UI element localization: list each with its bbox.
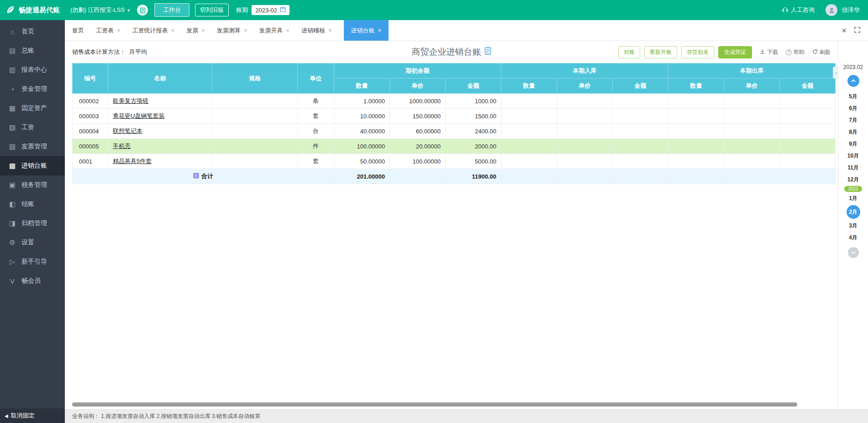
item-name-link[interactable]: 联想笔记本 bbox=[113, 127, 142, 134]
tab-invoice-calc[interactable]: 发票测算× bbox=[217, 20, 247, 41]
settings-icon: ⚙ bbox=[8, 238, 16, 247]
tab-close-icon[interactable]: × bbox=[201, 27, 205, 34]
month-item-jun[interactable]: 6月 bbox=[838, 102, 868, 114]
download-icon bbox=[760, 49, 765, 56]
scroll-up-icon[interactable] bbox=[847, 75, 859, 87]
cell-unit: 条 bbox=[298, 94, 334, 109]
tab-close-icon[interactable]: × bbox=[171, 27, 175, 34]
month-item-apr[interactable]: 4月 bbox=[838, 232, 868, 243]
month-item-feb-active[interactable]: 2月 bbox=[847, 205, 860, 219]
col-header-spec[interactable]: 规格 bbox=[212, 63, 298, 94]
sidebar-item-label: 归档管理 bbox=[21, 219, 47, 227]
tab-payroll-report[interactable]: 工资统计报表× bbox=[132, 20, 175, 41]
cell-code: 000003 bbox=[73, 109, 108, 124]
refresh-button[interactable]: 刷新 bbox=[812, 48, 831, 56]
fullscreen-icon[interactable] bbox=[854, 26, 861, 35]
sidebar-item-label: 进销台账 bbox=[21, 162, 47, 170]
month-item-dec[interactable]: 12月 bbox=[838, 174, 868, 185]
tab-purchase-sale-ledger[interactable]: 进销台账× bbox=[344, 20, 389, 41]
tab-close-icon[interactable]: × bbox=[117, 27, 121, 34]
company-select[interactable]: (勿删) 江西报宝-LSS ▾ bbox=[70, 6, 130, 14]
cell-qty: 100.00000 bbox=[334, 139, 390, 154]
tab-close-icon[interactable]: × bbox=[244, 27, 247, 34]
period-picker[interactable]: 2023-02 bbox=[252, 5, 289, 15]
horizontal-scrollbar bbox=[72, 401, 831, 407]
refresh-label: 刷新 bbox=[820, 48, 831, 56]
item-name-link[interactable]: 青花瓷U盘钢笔套装 bbox=[113, 112, 164, 119]
switch-old-version-button[interactable]: 切到旧版 bbox=[195, 4, 229, 16]
col-header-name[interactable]: 名称 bbox=[108, 63, 212, 94]
month-item-mar[interactable]: 3月 bbox=[838, 220, 868, 232]
sidebar-item-settings[interactable]: ⚙设置 bbox=[0, 233, 65, 252]
clipboard-icon[interactable] bbox=[137, 5, 148, 16]
month-item-jan[interactable]: 1月 bbox=[838, 192, 868, 204]
item-name-link[interactable]: 手机壳 bbox=[113, 143, 131, 149]
help-button[interactable]: ? 帮助 bbox=[786, 48, 805, 56]
sidebar-item-closing[interactable]: ◧结账 bbox=[0, 195, 65, 214]
sidebar-item-general-ledger[interactable]: ▤总账 bbox=[0, 41, 65, 60]
help-label: 帮助 bbox=[794, 48, 805, 56]
cell-spec bbox=[212, 139, 298, 154]
tab-purchase-sale-audit[interactable]: 进销稽核× bbox=[301, 20, 332, 41]
cell-code: 000002 bbox=[73, 94, 108, 109]
sidebar-item-tax[interactable]: ▣税务管理 bbox=[0, 175, 65, 195]
unpin-sidebar-button[interactable]: ◀取消固定 bbox=[0, 408, 65, 423]
tab-invoice-issue[interactable]: 发票开具× bbox=[259, 20, 289, 41]
document-icon[interactable] bbox=[484, 47, 491, 57]
cell-code: 000005 bbox=[73, 139, 108, 154]
cell-price: 60.00000 bbox=[390, 124, 446, 139]
current-period-label: 2023.02 bbox=[843, 64, 863, 70]
sidebar-item-invoice[interactable]: ▨发票管理 bbox=[0, 137, 65, 156]
month-item-aug[interactable]: 8月 bbox=[838, 126, 868, 138]
tab-close-icon[interactable]: × bbox=[378, 27, 382, 34]
month-item-oct[interactable]: 10月 bbox=[838, 150, 868, 162]
generate-voucher-button[interactable]: 生成凭证 bbox=[718, 46, 752, 58]
sidebar-item-home[interactable]: ⌂首页 bbox=[0, 22, 65, 41]
download-button[interactable]: 下载 bbox=[760, 48, 778, 56]
tab-close-icon[interactable]: × bbox=[328, 27, 332, 34]
subcol-amount: 金额 bbox=[780, 79, 836, 94]
period-label: 账期 bbox=[236, 6, 248, 14]
item-name-link[interactable]: 欧美复古项链 bbox=[113, 97, 148, 104]
tab-payroll-sheet[interactable]: 工资表× bbox=[96, 20, 121, 41]
sidebar-item-payroll[interactable]: ▧工资 bbox=[0, 118, 65, 137]
sidebar-item-fixed-assets[interactable]: ▦固定资产 bbox=[0, 99, 65, 118]
close-icon[interactable]: × bbox=[842, 26, 847, 35]
reconcile-button[interactable]: 对账 bbox=[618, 46, 640, 58]
sidebar-item-purchase-sale-ledger[interactable]: ▩进销台账 bbox=[0, 156, 65, 175]
ledger-table: 编号 名称 规格 单位 期初余额 本期入库 本期出库 数量 单价 bbox=[72, 63, 836, 184]
tab-label: 进销稽核 bbox=[301, 26, 325, 35]
sidebar-item-archive[interactable]: ◨归档管理 bbox=[0, 214, 65, 233]
month-item-nov[interactable]: 11月 bbox=[838, 162, 868, 174]
avatar[interactable] bbox=[826, 4, 837, 16]
tab-close-icon[interactable]: × bbox=[286, 27, 289, 34]
sidebar-item-member[interactable]: V畅会员 bbox=[0, 271, 65, 291]
sidebar-item-report-center[interactable]: ▥报表中心 bbox=[0, 60, 65, 79]
tab-home[interactable]: 首页 bbox=[72, 20, 84, 41]
month-item-may[interactable]: 5月 bbox=[838, 90, 868, 102]
col-header-unit[interactable]: 单位 bbox=[298, 63, 334, 94]
refresh-icon bbox=[812, 49, 818, 56]
col-header-code[interactable]: 编号 bbox=[73, 63, 108, 94]
month-item-jul[interactable]: 7月 bbox=[838, 114, 868, 126]
collapse-panel-icon[interactable]: › bbox=[833, 67, 839, 79]
reopen-button[interactable]: 重新开账 bbox=[644, 46, 677, 58]
scroll-down-icon[interactable] bbox=[848, 247, 859, 258]
tab-invoice[interactable]: 发票× bbox=[186, 20, 205, 41]
scrollbar-thumb[interactable] bbox=[72, 402, 797, 407]
cost-method-value[interactable]: 月平均 bbox=[129, 48, 147, 55]
month-item-sep[interactable]: 9月 bbox=[838, 138, 868, 150]
inventory-alias-button[interactable]: 存货别名 bbox=[681, 46, 714, 58]
company-select-value: (勿删) 江西报宝-LSS bbox=[70, 6, 125, 14]
cell-amount: 1500.00 bbox=[446, 109, 501, 124]
cell-spec bbox=[212, 94, 298, 109]
toolbar: 销售成本计算方法： 月平均 商贸企业进销台账 对账 重新开账 存货别名 生成凭证 bbox=[65, 41, 838, 63]
support-link[interactable]: 人工咨询 bbox=[782, 6, 815, 14]
cell-amount: 2000.00 bbox=[446, 139, 501, 154]
sidebar-item-funds[interactable]: ◔资金管理 bbox=[0, 79, 65, 99]
sidebar-item-guide[interactable]: ▷新手引导 bbox=[0, 252, 65, 271]
item-name-link[interactable]: 精品茶具5件套 bbox=[113, 158, 152, 164]
username[interactable]: 徐泽华 bbox=[842, 6, 860, 14]
workbench-button[interactable]: 工作台 bbox=[154, 3, 189, 17]
topbar-right: 人工咨询 徐泽华 bbox=[782, 4, 868, 16]
